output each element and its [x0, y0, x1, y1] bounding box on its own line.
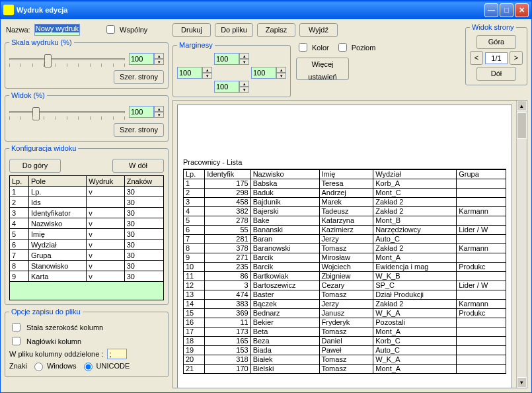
skala-value[interactable] [129, 53, 154, 65]
close-button[interactable]: ✕ [515, 3, 529, 17]
table-row[interactable]: 19153BiadaPawełAuto_C [184, 345, 506, 355]
widok-value[interactable] [129, 106, 154, 118]
wiecej-button[interactable]: Więcej ustawień [296, 58, 349, 80]
scroll-down-icon[interactable]: ▾ [517, 377, 527, 388]
wyjdz-button[interactable]: Wyjdź [299, 23, 338, 37]
app-icon [3, 5, 14, 15]
right-panel: Drukuj Do pliku Zapisz Wyjdź Marginesy ▴… [172, 23, 527, 388]
do-gory-button[interactable]: Do góry [9, 159, 61, 173]
table-row[interactable]: 3458BajdunikMarekZakład 2 [184, 197, 506, 206]
cfg-header[interactable]: Wydruk [87, 176, 125, 187]
window-title: Wydruk edycja [17, 6, 484, 14]
kolor-checkbox[interactable] [299, 43, 307, 52]
widok-down[interactable]: ▾ [154, 112, 164, 118]
opcje-legend: Opcje zapisu do pliku [9, 308, 83, 316]
table-row[interactable]: 4382BajerskiTadeuszZakład 2Karmann [184, 206, 506, 216]
table-row[interactable]: 17173BetaTomaszMont_A [184, 327, 506, 336]
stala-label: Stała szerokość kolumn [26, 324, 103, 331]
data-header: Grupa [457, 169, 506, 179]
widok-szer-button[interactable]: Szer. strony [114, 123, 164, 137]
zapisz-button[interactable]: Zapisz [257, 23, 295, 37]
table-row[interactable]: 9271BarcikMirosławMont_A [184, 253, 506, 262]
table-row[interactable]: 3Identyfikatorv30 [10, 208, 164, 218]
table-row[interactable]: 7Grupav30 [10, 250, 164, 261]
skala-down[interactable]: ▾ [154, 59, 164, 65]
table-row[interactable]: 6Wydziałv30 [10, 240, 164, 250]
prev-page-button[interactable]: < [470, 51, 483, 65]
table-row[interactable]: 1Lp.v30 [10, 187, 164, 197]
stala-checkbox[interactable] [12, 323, 20, 331]
widok-strony-legend: Widok strony [470, 23, 516, 31]
table-row[interactable]: 123BartoszewiczCezarySP_CLider / W [184, 281, 506, 290]
table-row[interactable]: 5278BakeKatarzynaMont_B [184, 216, 506, 225]
table-row[interactable]: 8378BaranowskiTomaszZakład 2Karmann [184, 243, 506, 253]
table-row[interactable]: 18165BezaDanielKorb_C [184, 336, 506, 345]
table-row[interactable]: 20318BiałekTomaszW_K_A [184, 355, 506, 364]
margin-left[interactable] [177, 67, 202, 79]
konfig-footer [9, 282, 164, 300]
margin-bottom[interactable] [214, 81, 239, 93]
table-row[interactable]: 5Imięv30 [10, 229, 164, 240]
widok-pct-legend: Widok (%) [9, 91, 47, 99]
table-row[interactable]: 21170BielskiTomaszMont_A [184, 364, 506, 373]
konfig-table[interactable]: Lp.PoleWydrukZnaków 1Lp.v302Ids303Identy… [9, 175, 164, 282]
dopliku-button[interactable]: Do pliku [215, 23, 253, 37]
unicode-radio[interactable] [84, 363, 93, 371]
data-header: Nazwisko [250, 169, 319, 179]
table-row[interactable]: 14383BączekJerzyZakład 2Karmann [184, 299, 506, 308]
data-header: Lp. [184, 169, 205, 179]
table-row[interactable]: 2298BadukAndrzejMont_C [184, 188, 506, 197]
data-table[interactable]: Lp.IdentyfikNazwiskoImięWydziałGrupa 117… [183, 169, 506, 374]
w-dol-button[interactable]: W dół [112, 159, 164, 173]
titlebar[interactable]: Wydruk edycja — □ ✕ [1, 1, 531, 19]
vertical-scrollbar[interactable]: ▴ ▾ [516, 101, 527, 388]
table-row[interactable]: 15369BednarzJanuszW_K_AProdukc [184, 308, 506, 318]
margin-right[interactable] [251, 67, 276, 79]
drukuj-button[interactable]: Drukuj [172, 23, 211, 37]
skala-fieldset: Skala wydruku (%) ▴ ▾ Sz [5, 38, 169, 89]
table-row[interactable]: 13474BasterTomaszDział Produkcji [184, 290, 506, 299]
minimize-button[interactable]: — [484, 3, 498, 17]
table-row[interactable]: 4Nazwiskov30 [10, 218, 164, 229]
konfig-fieldset: Konfiguracja widoku Do góry W dół Lp.Pol… [5, 144, 169, 305]
dol-button[interactable]: Dół [476, 67, 516, 81]
cfg-header[interactable]: Pole [29, 176, 87, 187]
widok-up[interactable]: ▴ [154, 106, 164, 112]
scroll-up-icon[interactable]: ▴ [517, 101, 527, 111]
windows-radio[interactable] [34, 363, 43, 371]
table-row[interactable]: 7281BaranJerzyAuto_C [184, 234, 506, 243]
table-row[interactable]: 1611BekierFryderykPozostali [184, 318, 506, 327]
table-row[interactable]: 2Ids30 [10, 197, 164, 208]
oddzielone-label: W pliku kolumny oddzielone : [9, 350, 103, 358]
skala-legend: Skala wydruku (%) [9, 38, 74, 46]
skala-slider[interactable] [9, 50, 125, 67]
poziom-checkbox[interactable] [338, 43, 347, 52]
data-header: Identyfik [205, 169, 250, 179]
table-row[interactable]: 655BananskiKazimierzNarzędziowcyLider / … [184, 225, 506, 234]
nazwa-input[interactable]: Nowy wydruk [34, 24, 80, 36]
preview-area: Pracownicy - Lista Lp.IdentyfikNazwiskoI… [172, 100, 527, 388]
znaki-label: Znaki [9, 362, 27, 370]
app-window: Wydruk edycja — □ ✕ Nazwa: Nowy wydruk W… [0, 0, 532, 393]
separator-input[interactable] [107, 349, 127, 359]
table-row[interactable]: 10235BarcikWojciechEwidencja i magProduk… [184, 262, 506, 271]
widok-slider[interactable] [9, 103, 125, 120]
margin-top[interactable] [214, 53, 239, 65]
vscroll-thumb[interactable] [517, 112, 527, 139]
widok-pct-fieldset: Widok (%) ▴ ▾ Szer. stro [5, 91, 169, 142]
table-row[interactable]: 1186BartkowiakZbigniewW_K_B [184, 271, 506, 281]
data-header: Imię [319, 169, 373, 179]
cfg-header[interactable]: Lp. [10, 176, 29, 187]
gora-button[interactable]: Góra [476, 35, 516, 49]
table-row[interactable]: 9Kartav30 [10, 271, 164, 282]
skala-up[interactable]: ▴ [154, 53, 164, 59]
preview-title: Pracownicy - Lista [183, 158, 506, 166]
wspolny-checkbox[interactable] [106, 25, 115, 34]
table-row[interactable]: 1175BabskaTeresaKorb_A [184, 179, 506, 188]
table-row[interactable]: 8Stanowiskov30 [10, 261, 164, 271]
next-page-button[interactable]: > [510, 51, 523, 65]
maximize-button[interactable]: □ [500, 3, 513, 17]
skala-szer-button[interactable]: Szer. strony [114, 70, 164, 84]
naglowki-checkbox[interactable] [12, 337, 20, 345]
cfg-header[interactable]: Znaków [124, 176, 163, 187]
